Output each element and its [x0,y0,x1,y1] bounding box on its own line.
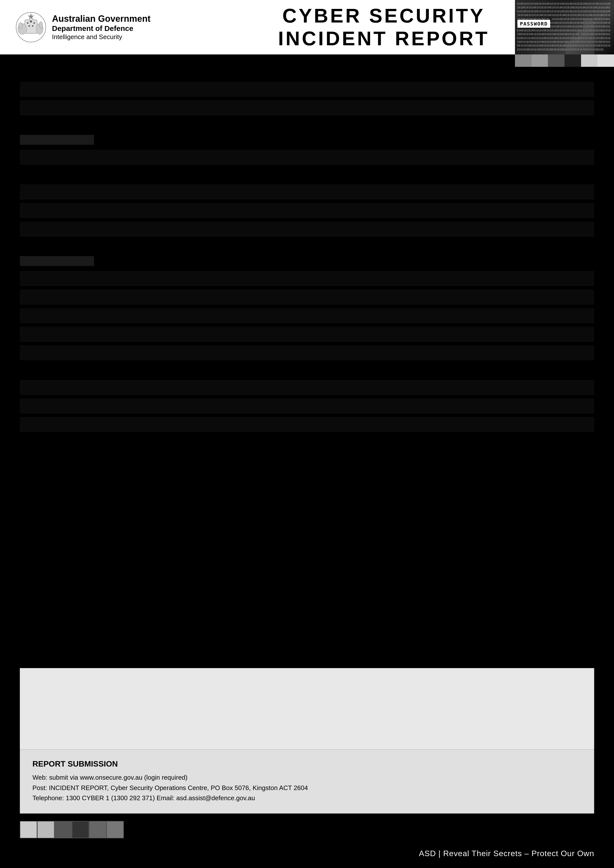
color-box-2 [532,54,548,67]
form-section-2 [20,135,594,164]
svg-point-9 [33,22,35,24]
form-section-4 [20,256,594,360]
form-row-14[interactable] [20,417,594,432]
form-row-12[interactable] [20,380,594,395]
submission-post: Post: INCIDENT REPORT, Cyber Security Op… [33,783,581,793]
color-box-6 [597,54,614,67]
submission-web: Web: submit via www.onsecure.gov.au (log… [33,772,581,783]
footer-tagline: ASD | Reveal Their Secrets – Protect Our… [419,849,594,858]
svg-point-10 [32,25,33,27]
submission-title: REPORT SUBMISSION [33,760,581,769]
bottom-color-box-2 [37,821,54,838]
bottom-color-box-3 [54,821,72,838]
form-row-8[interactable] [20,290,594,304]
form-row-10[interactable] [20,327,594,341]
form-row-5[interactable] [20,203,594,218]
bottom-color-box-4 [72,821,89,838]
coat-of-arms-icon [15,11,47,43]
australian-government-label: Australian Government [52,13,151,24]
bottom-color-box-5 [89,821,106,838]
svg-point-3 [19,23,23,28]
color-box-4 [564,54,581,67]
form-row-3[interactable] [20,150,594,164]
form-row-4[interactable] [20,184,594,199]
color-box-3 [548,54,564,67]
svg-point-11 [28,25,30,27]
intelligence-label: Intelligence and Security [52,33,151,41]
submission-box: REPORT SUBMISSION Web: submit via www.on… [20,749,594,814]
info-box [20,668,594,755]
cyber-image: 0100101010100101010010101010010100101010… [515,0,614,54]
color-strip-bottom [20,821,124,838]
form-row-11[interactable] [20,345,594,360]
department-label: Department of Defence [52,24,151,33]
section-header-1 [20,135,94,145]
password-badge: PASSWORD [518,20,550,28]
svg-point-7 [27,22,28,24]
report-title: CYBER SECURITY INCIDENT REPORT [278,5,489,50]
form-row-1[interactable] [20,82,594,96]
government-text-block: Australian Government Department of Defe… [52,13,151,41]
submission-phone: Telephone: 1300 CYBER 1 (1300 292 371) E… [33,793,581,803]
svg-point-5 [39,22,43,28]
svg-point-8 [30,20,32,23]
svg-marker-6 [28,13,34,20]
color-box-5 [581,54,598,67]
hand-icon [564,0,614,54]
logo-area: Australian Government Department of Defe… [15,11,159,43]
section-header-2 [20,256,94,266]
form-row-2[interactable] [20,100,594,115]
form-row-9[interactable] [20,308,594,323]
form-row-13[interactable] [20,398,594,413]
form-row-7[interactable] [20,271,594,286]
form-section-3 [20,184,594,236]
form-section-5 [20,380,594,432]
bottom-color-box-6 [106,821,124,838]
form-row-6[interactable] [20,222,594,236]
bottom-color-box-1 [20,821,37,838]
form-section-1 [20,82,594,115]
color-strip-top [515,54,614,67]
color-box-1 [515,54,532,67]
